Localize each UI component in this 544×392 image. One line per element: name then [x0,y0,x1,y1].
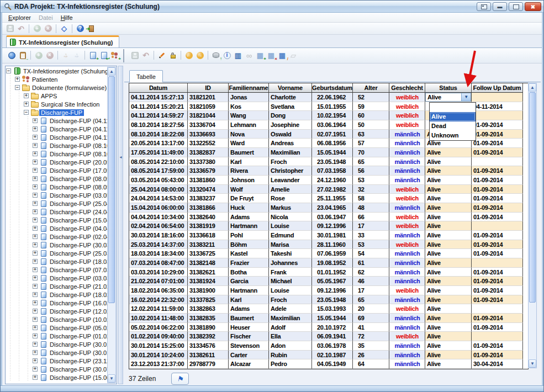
table-cell[interactable]: 66 [353,213,389,222]
expand-box-icon[interactable]: + [33,193,38,198]
table-cell[interactable]: Hartmann [229,221,269,231]
expand-box-icon[interactable]: + [33,317,38,322]
tree-item-label[interactable]: Discharge-FUP (04.04.2 [48,225,107,232]
table-cell[interactable]: Adolf [269,323,312,332]
tree-item-label[interactable]: Discharge-FUP [39,109,84,116]
table-cell[interactable]: Oswald [269,130,312,139]
table-cell[interactable]: männlich [389,176,425,185]
table-cell[interactable]: 03.05.2014 05:43:00 [129,176,188,185]
tree-item[interactable]: +Discharge-FUP (21.02.2 [6,282,107,290]
column-header-vorname[interactable]: Vorname [269,83,312,93]
table-cell[interactable]: Alive [425,277,472,286]
table-cell[interactable] [472,304,523,314]
table-cell[interactable]: 65 [353,157,389,167]
table-cell[interactable]: 25.04.2014 08:00:00 [129,185,188,194]
table-row[interactable]: 15.04.2014 06:00:0031381866HuckMarkus23.… [129,203,528,213]
table-cell[interactable] [472,111,523,120]
expand-box-icon[interactable]: + [33,259,38,264]
tree-item-label[interactable]: Discharge-FUP (16.02.2 [48,300,107,306]
table-cell[interactable]: 15.01.1955 [312,102,353,112]
table-cell[interactable]: 07.06.1959 [312,249,353,258]
tree-item[interactable]: +Discharge-FUP (04.11.2 [6,133,107,141]
column-header-geburtsdatum[interactable]: Geburtsdatum [312,83,353,93]
table-cell[interactable]: 69 [353,314,389,323]
table-cell[interactable]: Alive [425,157,472,167]
table-cell[interactable]: Andreas [269,139,312,148]
table-cell[interactable]: 31336704 [188,120,229,130]
table-cell[interactable]: 20.05.2014 13:17:00 [129,139,188,148]
table-cell[interactable]: 02.04.2014 06:54:00 [129,221,188,231]
table-cell[interactable]: 65 [353,295,389,305]
table-cell[interactable]: 41 [353,323,389,332]
tree-item[interactable]: +Discharge-FUP (05.02.2 [6,324,107,332]
table-cell[interactable]: 31382835 [188,314,229,323]
table-cell[interactable]: 01-09-2014 [472,314,523,323]
table-row[interactable]: 21.02.2014 07:01:0031381924GarciaMichael… [129,277,528,286]
table-cell[interactable]: 01-09-2014 [472,166,523,176]
table-cell[interactable]: 01-09-2014 [472,231,523,240]
table-cell[interactable]: 31381919 [188,221,229,231]
table-cell[interactable]: 70 [353,148,389,157]
tree-item[interactable]: +Discharge-FUP (08.05.2 [6,183,107,191]
table-cell[interactable]: weiblich [389,332,425,341]
table-cell[interactable]: 10.02.2014 11:48:00 [129,314,188,323]
table-cell[interactable]: Frazier [229,258,269,268]
info-icon[interactable]: i [222,50,232,60]
expand-box-icon[interactable]: + [33,367,38,372]
dropdown-option-unknown[interactable]: Unknown [430,131,476,140]
table-cell[interactable]: Alcazar [229,359,269,369]
table-cell[interactable] [472,93,523,102]
table-cell[interactable]: männlich [389,359,425,369]
table-cell[interactable]: Svetlana [269,102,312,112]
table-cell[interactable]: 23.05.1948 [312,157,353,167]
table-row[interactable]: 05.02.2014 06:22:0031381890HeuserAdolf20… [129,323,528,332]
table-cell[interactable]: Alive [425,166,472,176]
table-cell[interactable]: Rubin [269,351,312,360]
table-cell[interactable]: 01-09-2014 [472,130,523,139]
table-cell[interactable]: Adams [229,213,269,222]
table-cell[interactable]: Alive [425,359,472,369]
table-cell[interactable]: Alive [425,249,472,258]
table-row[interactable]: 03.03.2014 10:29:0031382621BothaFrank01.… [129,268,528,277]
table-cell[interactable]: 31382837 [188,148,229,157]
tree-item[interactable]: +Discharge-FUP (10.02.2 [6,315,107,324]
scroll-up-button[interactable]: ▲ [108,67,115,76]
table-cell[interactable]: 57 [353,139,389,148]
table-cell[interactable]: 18.02.2014 06:35:00 [129,286,188,295]
tree-item[interactable]: +Discharge-FUP (25.03.2 [6,249,107,257]
chart-icon[interactable]: ▥ [233,50,243,60]
tree-item[interactable]: +Discharge-FUP (16.02.2 [6,299,107,307]
table-row[interactable]: 08.05.2014 22:10:0031337380KarlFroch23.0… [129,157,528,167]
table-cell[interactable]: Huck [229,203,269,213]
exit-icon[interactable] [86,24,96,34]
table-cell[interactable]: männlich [389,157,425,167]
tree-item[interactable]: +Discharge-FUP (18.03.2 [6,257,107,266]
table-cell[interactable]: 05.05.1967 [312,277,353,286]
table-cell[interactable] [472,157,523,167]
table-cell[interactable]: 04-11-2014 [472,102,523,112]
tab-tx-infektionsregister[interactable]: TX-Infektionsregister (Schulung) [6,35,119,47]
table-cell[interactable]: männlich [389,249,425,258]
tree-item-label[interactable]: Discharge-FUP (18.03.2 [48,258,107,265]
column-header-geschlecht[interactable]: Geschlecht [389,83,425,93]
table-cell[interactable]: 31382863 [188,304,229,314]
table-cell[interactable]: 31381860 [188,176,229,185]
tree-item-label[interactable]: Discharge-FUP (04.11.2 [48,126,107,133]
tree-item-label[interactable]: Discharge-FUP (08.10.2 [48,142,107,149]
tree-item-label[interactable]: Discharge-FUP (08.05.2 [48,184,107,190]
users-add-icon[interactable]: + [110,50,120,60]
table-cell[interactable]: Alive [425,148,472,157]
tree-item-label[interactable]: Discharge-FUP (04.11.2 [48,118,107,124]
table-cell[interactable]: weiblich [389,102,425,112]
expand-box-icon[interactable]: + [33,218,38,223]
table-cell[interactable]: Alive [425,268,472,277]
expand-box-icon[interactable]: + [33,168,38,173]
table-cell[interactable]: 03.06.1978 [312,341,353,351]
table-cell[interactable]: 31821201 [188,93,229,102]
expand-box-icon[interactable]: + [33,209,38,214]
table-cell[interactable]: Fischer [229,332,269,341]
table-cell[interactable]: 31382621 [188,268,229,277]
table-cell[interactable]: 31383211 [188,240,229,250]
table-cell[interactable]: Karl [229,157,269,167]
table-cell[interactable]: Heuser [229,323,269,332]
